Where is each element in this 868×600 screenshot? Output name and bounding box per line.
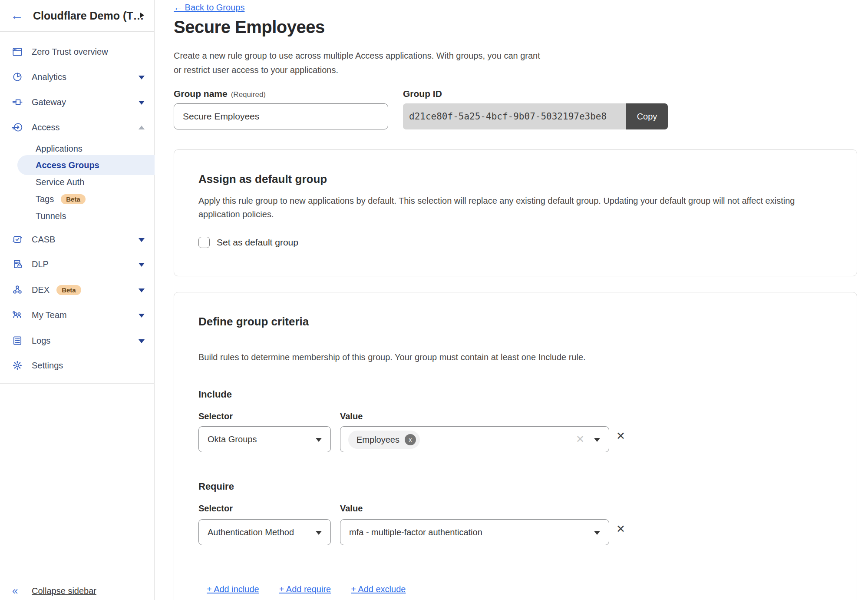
sidebar-header: ← Cloudflare Demo (T… [0,0,154,32]
chevron-down-icon[interactable] [139,339,145,343]
group-name-label: Group name(Required) [174,89,266,99]
gateway-icon [12,96,23,108]
group-criteria-card: Define group criteria Build rules to det… [174,292,857,600]
sidebar-footer-divider [0,578,155,578]
chip-remove-icon[interactable]: x [405,434,416,445]
sidebar-divider [0,383,155,384]
sidebar-item-label: Applications [36,144,83,154]
selected-option: Okta Groups [199,434,257,444]
sidebar-item-label: My Team [32,310,67,320]
clear-values-icon[interactable]: ✕ [576,434,584,444]
value-column-label: Value [340,504,363,514]
dex-network-icon [12,284,23,295]
sidebar: ← Cloudflare Demo (T… Zero Trust overvie… [0,0,155,600]
required-hint: (Required) [231,90,266,99]
add-require-link[interactable]: + Add require [279,584,331,594]
browser-window-icon [12,46,23,57]
sidebar-item-access[interactable]: Access [0,119,155,136]
team-icon [12,309,23,321]
chevron-down-icon[interactable] [139,101,145,105]
chevron-down-icon [594,438,600,442]
add-rule-links: + Add include + Add require + Add exclud… [207,584,406,594]
sidebar-item-dex[interactable]: DEX Beta [0,281,155,298]
back-to-groups-link[interactable]: ← Back to Groups [174,3,244,13]
access-login-icon [12,122,23,133]
card-title: Define group criteria [198,315,309,328]
sidebar-item-label: Tags [36,194,54,204]
sidebar-item-logs[interactable]: Logs [0,332,155,349]
value-column-label: Value [340,411,363,421]
chevron-up-icon[interactable] [139,126,145,129]
sidebar-item-access-groups[interactable]: Access Groups [17,155,155,175]
require-value-dropdown[interactable]: mfa - multiple-factor authentication [340,519,609,545]
add-include-link[interactable]: + Add include [207,584,259,594]
collapse-sidebar-button[interactable]: « Collapse sidebar [0,585,155,600]
card-description: Apply this rule group to new application… [198,194,832,221]
app-window: ← Cloudflare Demo (T… Zero Trust overvie… [0,0,868,600]
beta-badge: Beta [56,285,81,295]
card-title: Assign as default group [198,172,327,186]
remove-include-rule-button[interactable]: ✕ [616,431,625,441]
sidebar-item-gateway[interactable]: Gateway [0,93,155,111]
selector-column-label: Selector [198,504,233,514]
sidebar-item-label: Gateway [32,97,66,107]
sidebar-item-settings[interactable]: Settings [0,357,155,374]
sidebar-item-label: DLP [32,259,49,269]
sidebar-item-label: Access Groups [36,160,99,170]
pie-chart-icon [12,71,23,83]
chevron-down-icon[interactable] [139,76,145,80]
chevron-down-icon [594,531,600,535]
sidebar-item-dlp[interactable]: DLP [0,255,155,273]
chevron-right-icon[interactable] [140,13,144,18]
sidebar-item-label: DEX [32,285,50,295]
chevron-down-icon [316,438,322,442]
checkbox-label: Set as default group [217,237,298,248]
document-lock-icon [12,259,23,270]
chip-label: Employees [356,435,399,445]
chevron-down-icon[interactable] [139,288,145,292]
sidebar-item-applications[interactable]: Applications [0,140,155,157]
default-group-card: Assign as default group Apply this rule … [174,149,857,276]
remove-require-rule-button[interactable]: ✕ [616,524,625,534]
gear-icon [12,360,23,371]
require-heading: Require [198,481,234,492]
sidebar-item-label: Analytics [32,72,66,82]
sidebar-item-label: Service Auth [36,177,84,187]
include-value-multiselect[interactable]: Employees x ✕ [340,426,609,452]
include-heading: Include [198,389,232,400]
sidebar-item-label: Zero Trust overview [32,47,108,57]
beta-badge: Beta [61,194,86,204]
chevron-down-icon[interactable] [139,238,145,242]
group-id-value: d21ce80f-5a25-4bcf-9b07-5032197e3be8 [403,103,626,129]
double-chevron-left-icon: « [12,585,18,597]
sidebar-item-my-team[interactable]: My Team [0,306,155,324]
logs-list-icon [12,335,23,346]
group-id-label: Group ID [403,89,442,99]
collapse-sidebar-label: Collapse sidebar [32,586,96,596]
sidebar-item-analytics[interactable]: Analytics [0,68,155,86]
sidebar-item-label: Access [32,123,59,133]
include-selector-dropdown[interactable]: Okta Groups [198,426,331,452]
account-title[interactable]: Cloudflare Demo (T… [33,10,144,22]
chevron-down-icon[interactable] [139,314,145,318]
group-name-input[interactable] [174,103,388,129]
default-group-checkbox[interactable] [198,237,210,248]
chevron-down-icon[interactable] [139,263,145,267]
selected-option: mfa - multiple-factor authentication [340,527,482,537]
sidebar-item-label: Logs [32,336,50,346]
selector-column-label: Selector [198,411,233,421]
sidebar-item-tags[interactable]: Tags Beta [0,190,155,208]
require-selector-dropdown[interactable]: Authentication Method [198,519,331,545]
back-arrow-icon[interactable]: ← [10,9,23,22]
sidebar-item-service-auth[interactable]: Service Auth [0,173,155,191]
add-exclude-link[interactable]: + Add exclude [351,584,406,594]
sidebar-item-casb[interactable]: CASB [0,231,155,248]
chevron-down-icon [316,531,322,535]
copy-button[interactable]: Copy [626,103,668,129]
set-default-group-row[interactable]: Set as default group [198,237,298,248]
sidebar-item-zero-trust-overview[interactable]: Zero Trust overview [0,43,155,60]
casb-icon [12,234,23,245]
sidebar-item-tunnels[interactable]: Tunnels [0,207,155,225]
main-content: ← Back to Groups Secure Employees Create… [155,0,868,600]
selected-option: Authentication Method [199,527,294,537]
